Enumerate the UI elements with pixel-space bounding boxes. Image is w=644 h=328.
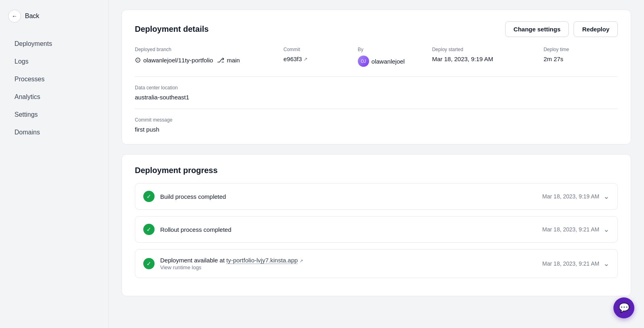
commit-value: e963f3 ↗ bbox=[283, 56, 358, 62]
kinsta-app-link[interactable]: ty-portfolio-lvjy7.kinsta.app bbox=[226, 257, 298, 264]
progress-item-rollout: ✓ Rollout process completed Mar 18, 2023… bbox=[135, 216, 618, 243]
sidebar-item-settings[interactable]: Settings bbox=[8, 106, 100, 123]
chevron-down-icon-rollout[interactable]: ⌄ bbox=[603, 225, 609, 234]
deployment-details-title: Deployment details bbox=[135, 25, 208, 34]
check-icon-build: ✓ bbox=[143, 191, 155, 202]
header-buttons: Change settings Redeploy bbox=[505, 21, 618, 37]
progress-label-build: Build process completed bbox=[160, 193, 226, 200]
branch-icon: ⎇ bbox=[217, 56, 224, 64]
sidebar-item-domains[interactable]: Domains bbox=[8, 124, 100, 141]
sidebar: ← Back Deployments Logs Processes Analyt… bbox=[0, 0, 109, 328]
deploy-time-col: Deploy time 2m 27s bbox=[543, 47, 618, 67]
view-runtime-logs-link[interactable]: View runtime logs bbox=[160, 264, 303, 270]
progress-left-build: ✓ Build process completed bbox=[143, 191, 226, 202]
deploy-started-label: Deploy started bbox=[432, 47, 543, 52]
divider-2 bbox=[135, 109, 618, 109]
progress-left-available: ✓ Deployment available at ty-portfolio-l… bbox=[143, 257, 303, 270]
deploy-time-value: 2m 27s bbox=[543, 56, 618, 62]
deployed-branch-value: ⊙ olawanlejoel/11ty-portfolio ⎇ main bbox=[135, 56, 283, 64]
commit-link[interactable]: e963f3 ↗ bbox=[283, 56, 308, 62]
commit-label: Commit bbox=[283, 47, 358, 52]
sidebar-item-deployments[interactable]: Deployments bbox=[8, 35, 100, 52]
user-avatar: OJ bbox=[358, 56, 369, 67]
deployment-progress-card: Deployment progress ✓ Build process comp… bbox=[122, 154, 631, 296]
available-timestamp: Mar 18, 2023, 9:21 AM bbox=[542, 260, 599, 267]
sidebar-item-logs[interactable]: Logs bbox=[8, 53, 100, 70]
chevron-down-icon-available[interactable]: ⌄ bbox=[603, 259, 609, 268]
deploy-started-value: Mar 18, 2023, 9:19 AM bbox=[432, 56, 543, 62]
progress-item-available: ✓ Deployment available at ty-portfolio-l… bbox=[135, 249, 618, 278]
deployment-details-card: Deployment details Change settings Redep… bbox=[122, 10, 631, 144]
sidebar-nav: Deployments Logs Processes Analytics Set… bbox=[8, 35, 100, 142]
progress-label-rollout: Rollout process completed bbox=[160, 226, 231, 233]
deploy-started-col: Deploy started Mar 18, 2023, 9:19 AM bbox=[432, 47, 543, 67]
chevron-down-icon-build[interactable]: ⌄ bbox=[603, 192, 609, 201]
data-center-value: australia-southeast1 bbox=[135, 94, 618, 101]
github-icon: ⊙ bbox=[135, 56, 141, 64]
by-label: By bbox=[358, 47, 432, 52]
by-col: By OJ olawanlejoel bbox=[358, 47, 432, 67]
progress-right-available: Mar 18, 2023, 9:21 AM ⌄ bbox=[542, 259, 609, 268]
back-arrow-icon: ← bbox=[8, 10, 21, 23]
back-button[interactable]: ← Back bbox=[8, 10, 100, 23]
by-value: OJ olawanlejoel bbox=[358, 56, 432, 67]
details-grid: Deployed branch ⊙ olawanlejoel/11ty-port… bbox=[135, 47, 618, 67]
redeploy-button[interactable]: Redeploy bbox=[574, 21, 618, 37]
data-center-label: Data center location bbox=[135, 85, 618, 91]
change-settings-button[interactable]: Change settings bbox=[505, 21, 569, 37]
data-center-section: Data center location australia-southeast… bbox=[135, 85, 618, 101]
build-timestamp: Mar 18, 2023, 9:19 AM bbox=[542, 193, 599, 200]
check-icon-rollout: ✓ bbox=[143, 224, 155, 235]
progress-right-rollout: Mar 18, 2023, 9:21 AM ⌄ bbox=[542, 225, 609, 234]
progress-right-build: Mar 18, 2023, 9:19 AM ⌄ bbox=[542, 192, 609, 201]
check-icon-available: ✓ bbox=[143, 258, 155, 269]
deploy-time-label: Deploy time bbox=[543, 47, 618, 52]
progress-item-build: ✓ Build process completed Mar 18, 2023, … bbox=[135, 183, 618, 210]
deployed-branch-label: Deployed branch bbox=[135, 47, 283, 52]
external-link-icon-2: ↗ bbox=[299, 258, 303, 263]
sidebar-item-processes[interactable]: Processes bbox=[8, 71, 100, 88]
card-header: Deployment details Change settings Redep… bbox=[135, 21, 618, 37]
progress-left-rollout: ✓ Rollout process completed bbox=[143, 224, 231, 235]
rollout-timestamp: Mar 18, 2023, 9:21 AM bbox=[542, 226, 599, 233]
chat-button[interactable]: 💬 bbox=[613, 297, 634, 318]
commit-message-value: first push bbox=[135, 126, 618, 133]
commit-message-label: Commit message bbox=[135, 117, 618, 123]
commit-message-section: Commit message first push bbox=[135, 117, 618, 133]
progress-label-available: Deployment available at ty-portfolio-lvj… bbox=[160, 257, 303, 270]
commit-col: Commit e963f3 ↗ bbox=[283, 47, 358, 67]
divider bbox=[135, 76, 618, 77]
back-label: Back bbox=[25, 12, 39, 20]
main-content: Deployment details Change settings Redep… bbox=[109, 0, 644, 328]
sidebar-item-analytics[interactable]: Analytics bbox=[8, 89, 100, 105]
chat-icon: 💬 bbox=[619, 303, 630, 313]
deployed-branch-col: Deployed branch ⊙ olawanlejoel/11ty-port… bbox=[135, 47, 283, 67]
external-link-icon: ↗ bbox=[303, 56, 308, 62]
deployment-progress-title: Deployment progress bbox=[135, 166, 618, 175]
